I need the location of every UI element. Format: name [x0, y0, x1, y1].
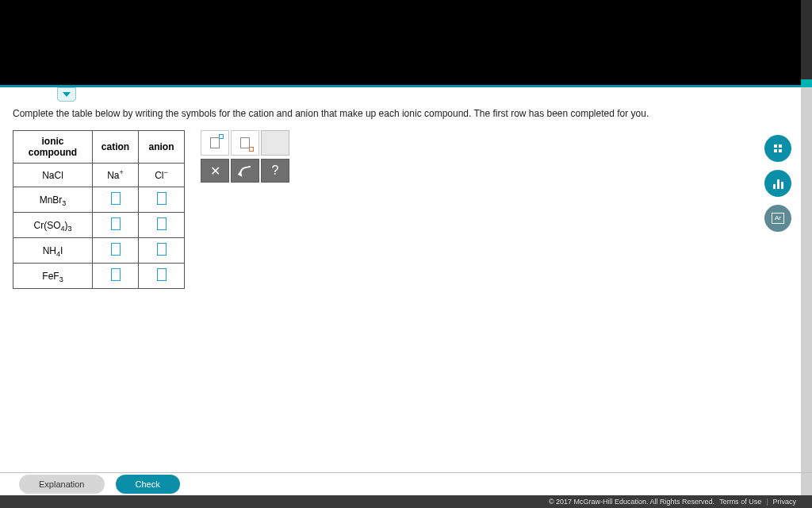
calculator-icon	[774, 144, 782, 152]
input-slot[interactable]	[157, 268, 167, 281]
terms-link[interactable]: Terms of Use	[719, 498, 761, 506]
cation-cell[interactable]	[93, 238, 139, 264]
scrollbar-vertical[interactable]	[801, 0, 812, 508]
question-content: Complete the table below by writing the …	[13, 108, 764, 289]
compound-cell: Cr(SO4)3	[13, 213, 93, 238]
compound-cell: NH4I	[13, 238, 93, 264]
cation-cell[interactable]	[93, 213, 139, 238]
input-slot[interactable]	[111, 192, 121, 205]
cation-cell[interactable]	[93, 187, 139, 213]
header-divider	[0, 85, 812, 87]
element-icon: Ar	[772, 213, 784, 224]
input-slot[interactable]	[111, 268, 121, 281]
col-header-anion: anion	[139, 131, 185, 164]
question-prompt: Complete the table below by writing the …	[13, 108, 764, 119]
table-row: FeF3	[13, 264, 185, 289]
compound-cell: NaCl	[13, 164, 93, 187]
undo-button[interactable]	[231, 159, 259, 183]
calculator-button[interactable]	[764, 135, 791, 162]
undo-icon	[238, 166, 251, 176]
input-slot[interactable]	[157, 243, 167, 256]
help-button[interactable]: ?	[261, 159, 289, 183]
anion-cell: Cl−	[139, 164, 185, 187]
input-tools: ✕ ?	[201, 130, 289, 183]
scrollbar-track-dark	[801, 0, 812, 79]
table-row: NH4I	[13, 238, 185, 264]
dropdown-toggle[interactable]	[57, 87, 76, 102]
check-button[interactable]: Check	[116, 475, 180, 494]
input-slot[interactable]	[111, 217, 121, 230]
periodic-table-button[interactable]: Ar	[764, 205, 791, 232]
scrollbar-thumb[interactable]	[801, 79, 812, 87]
bar-chart-icon	[773, 178, 783, 189]
subscript-tool[interactable]	[231, 130, 259, 156]
x-icon: ✕	[210, 164, 220, 179]
footer-bar: Explanation Check	[0, 473, 812, 495]
table-row: MnBr3	[13, 187, 185, 213]
col-header-compound: ionic compound	[13, 131, 93, 164]
privacy-link[interactable]: Privacy	[772, 498, 796, 506]
anion-cell[interactable]	[139, 264, 185, 289]
blank-tool[interactable]	[261, 130, 289, 156]
header-bar	[0, 0, 812, 87]
input-slot[interactable]	[157, 217, 167, 230]
table-row: Cr(SO4)3	[13, 213, 185, 238]
anion-cell[interactable]	[139, 187, 185, 213]
compound-cell: FeF3	[13, 264, 93, 289]
input-slot[interactable]	[111, 243, 121, 256]
explanation-button[interactable]: Explanation	[19, 475, 105, 494]
input-slot[interactable]	[157, 192, 167, 205]
anion-cell[interactable]	[139, 213, 185, 238]
chevron-down-icon	[63, 92, 71, 97]
copyright-text: © 2017 McGraw-Hill Education. All Rights…	[549, 498, 714, 506]
side-toolbar: Ar	[764, 135, 791, 232]
compound-cell: MnBr3	[13, 187, 93, 213]
format-palette	[201, 130, 289, 156]
cation-cell[interactable]	[93, 264, 139, 289]
col-header-cation: cation	[93, 131, 139, 164]
superscript-tool[interactable]	[201, 130, 229, 156]
separator: |	[766, 498, 768, 506]
reset-button[interactable]: ✕	[201, 159, 229, 183]
legal-bar: © 2017 McGraw-Hill Education. All Rights…	[0, 495, 812, 508]
stats-button[interactable]	[764, 170, 791, 197]
question-icon: ?	[272, 164, 279, 178]
ionic-table: ionic compound cation anion NaClNa+Cl−Mn…	[13, 130, 185, 289]
table-row: NaClNa+Cl−	[13, 164, 185, 187]
anion-cell[interactable]	[139, 238, 185, 264]
cation-cell: Na+	[93, 164, 139, 187]
action-palette: ✕ ?	[201, 159, 289, 183]
